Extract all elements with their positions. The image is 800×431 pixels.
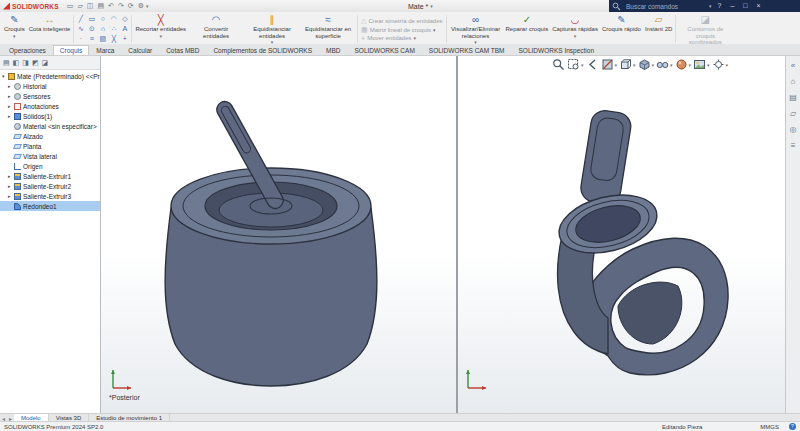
smart-dimension-button[interactable]: ↔ Cota inteligente — [27, 13, 73, 45]
zoom-fit-icon[interactable] — [552, 58, 565, 71]
collapse-pane-icon[interactable]: « — [791, 61, 795, 70]
hatch-tool-icon[interactable]: ▧ — [97, 34, 108, 44]
maximize-icon[interactable]: □ — [740, 0, 750, 12]
move-entities-button[interactable]: + Mover entidades ▾ — [361, 35, 442, 42]
status-help-icon[interactable]: ? — [789, 423, 796, 430]
tree-item-alzado[interactable]: Alzado — [0, 131, 100, 141]
chevron-down-icon[interactable]: ▾ — [146, 3, 149, 9]
tab-mbd[interactable]: MBD — [319, 45, 347, 55]
rebuild-icon[interactable]: ⟳ — [128, 0, 134, 12]
open-icon[interactable]: ▱ — [77, 0, 82, 12]
zoom-area-icon[interactable]: ▾ — [567, 58, 584, 71]
tree-item-material[interactable]: Material <sin especificar> — [0, 121, 100, 131]
configurationmanager-tab-icon[interactable]: ◨ — [22, 59, 29, 67]
displaymanager-tab-icon[interactable]: ◪ — [42, 59, 49, 67]
display-delete-relations-icon: ∞ — [472, 13, 479, 26]
sketch-button[interactable]: ✎ Croquis ▾ — [2, 13, 27, 45]
tree-item-origen[interactable]: Origen — [0, 161, 100, 171]
tab-calcular[interactable]: Calcular — [121, 45, 159, 55]
edit-appearance-icon[interactable]: ▾ — [675, 58, 692, 71]
close-icon[interactable]: × — [754, 0, 764, 12]
new-document-icon[interactable]: ▭ — [67, 0, 74, 12]
trim-tool-icon[interactable]: ╳ — [108, 34, 119, 44]
hide-show-items-icon[interactable]: ▾ — [656, 58, 673, 71]
tab-operaciones[interactable]: Operaciones — [2, 45, 53, 55]
construction-line-tool-icon[interactable]: ≡ — [86, 34, 97, 44]
arc-tool-icon[interactable]: ◠ — [108, 14, 119, 24]
save-icon[interactable]: ◫ — [87, 0, 94, 12]
tree-item-redondeo1[interactable]: Redondeo1 — [0, 201, 100, 211]
tree-item-saliente-extruir2[interactable]: ▸ Saliente-Extruir2 — [0, 181, 100, 191]
units-indicator[interactable]: MMGS — [760, 424, 779, 430]
tab-complementos[interactable]: Complementos de SOLIDWORKS — [206, 45, 319, 55]
shaded-sketch-contours-button[interactable]: ◪ Contornos de croquis sombreados — [677, 13, 733, 45]
custom-properties-icon[interactable]: ≡ — [791, 141, 796, 150]
tab-solidworks-cam-tbm[interactable]: SOLIDWORKS CAM TBM — [422, 45, 512, 55]
propertymanager-tab-icon[interactable]: ◧ — [13, 59, 20, 67]
featuremanager-tab-icon[interactable]: ▤ — [3, 59, 10, 67]
file-explorer-icon[interactable]: ▱ — [790, 109, 796, 118]
rectangle-tool-icon[interactable]: ▭ — [86, 14, 97, 24]
circle-tool-icon[interactable]: ○ — [97, 14, 108, 24]
tree-item-saliente-extruir3[interactable]: ▸ Saliente-Extruir3 — [0, 191, 100, 201]
design-library-icon[interactable]: ▤ — [789, 93, 797, 102]
chevron-down-icon: ▾ — [652, 62, 655, 68]
product-version-text: SOLIDWORKS Premium 2024 SP2.0 — [4, 424, 103, 430]
graphics-area[interactable]: *Posterior — [101, 56, 786, 414]
solidworks-resources-icon[interactable]: ⌂ — [791, 77, 796, 86]
tab-croquis[interactable]: Croquis — [53, 45, 89, 55]
chevron-down-icon[interactable]: ▾ — [709, 3, 712, 9]
offset-entities-button[interactable]: ∥ Equidistanciar entidades ▾ — [244, 13, 300, 45]
options-icon[interactable]: ⚙ — [138, 0, 144, 12]
tree-item-anotaciones[interactable]: ▸ Anotaciones — [0, 101, 100, 111]
plane-tool-icon[interactable]: + — [119, 34, 130, 44]
tree-item-root[interactable]: ▾ Mate (Predeterminado) <<Predetermina — [0, 71, 100, 81]
redo-icon[interactable]: ↷ — [118, 0, 124, 12]
minimize-icon[interactable]: – — [727, 0, 737, 12]
quick-snaps-button[interactable]: ◡ Capturas rápidas ▾ — [550, 13, 600, 45]
spline-tool-icon[interactable]: ∿ — [75, 24, 86, 34]
tab-marca[interactable]: Marca — [89, 45, 121, 55]
rapid-sketch-button[interactable]: ✎ Croquis rápido — [600, 13, 643, 45]
tab-solidworks-cam[interactable]: SOLIDWORKS CAM — [347, 45, 421, 55]
solidworks-window: SOLIDWORKS ▭ ▱ ◫ ▤ ↶ ↷ ⟳ ⚙ ▾ Mate * ▾ ▾ … — [0, 0, 800, 431]
tree-item-sensores[interactable]: ▸ Sensores — [0, 91, 100, 101]
display-delete-relations-button[interactable]: ∞ Visualizar/Eliminar relaciones ▾ — [448, 13, 504, 45]
chevron-down-icon[interactable]: ▾ — [430, 3, 433, 9]
left-viewport[interactable] — [101, 56, 456, 414]
view-orientation-icon[interactable]: ▾ — [619, 58, 636, 71]
view-settings-icon[interactable]: ▾ — [712, 58, 729, 71]
text-tool-icon[interactable]: A — [119, 24, 130, 34]
repair-sketch-button[interactable]: ✓ Reparar croquis — [504, 13, 551, 45]
mirror-entities-button[interactable]: △ Crear simetría de entidades — [361, 17, 442, 25]
ellipse-tool-icon[interactable]: ⊙ — [86, 24, 97, 34]
tree-item-vista-lateral[interactable]: Vista lateral — [0, 151, 100, 161]
section-view-icon[interactable]: ▾ — [601, 58, 618, 71]
help-icon[interactable]: ? — [715, 0, 725, 12]
tree-item-historial[interactable]: ▸ Historial — [0, 81, 100, 91]
offset-on-surface-button[interactable]: ≈ Equidistanciar en superficie — [300, 13, 356, 45]
trim-entities-button[interactable]: ╳ Recortar entidades ▾ — [133, 13, 188, 45]
polygon-tool-icon[interactable]: ◇ — [119, 14, 130, 24]
fillet-tool-icon[interactable]: ∴ — [108, 24, 119, 34]
display-style-icon[interactable]: ▾ — [638, 58, 655, 71]
apply-scene-icon[interactable]: ▾ — [693, 58, 710, 71]
appearances-icon[interactable]: ◎ — [790, 125, 797, 134]
tree-item-solidos[interactable]: ▸ Sólidos(1) — [0, 111, 100, 121]
point-tool-icon[interactable]: · — [75, 34, 86, 44]
tree-item-saliente-extruir1[interactable]: ▸ Saliente-Extruir1 — [0, 171, 100, 181]
slot-tool-icon[interactable]: ∩ — [97, 24, 108, 34]
print-icon[interactable]: ▤ — [97, 0, 104, 12]
instant-2d-button[interactable]: ▱ Instant 2D — [643, 13, 674, 45]
convert-entities-button[interactable]: ◠ Convertir entidades — [188, 13, 244, 45]
linear-sketch-pattern-button[interactable]: ▦ Matriz lineal de croquis ▾ — [361, 26, 442, 34]
undo-icon[interactable]: ↶ — [108, 0, 114, 12]
previous-view-icon[interactable] — [586, 58, 599, 71]
line-tool-icon[interactable]: ╱ — [75, 14, 86, 24]
right-viewport[interactable] — [458, 56, 786, 414]
search-input[interactable] — [624, 2, 706, 11]
dimxpertmanager-tab-icon[interactable]: ◩ — [32, 59, 39, 67]
tab-cotas-mbd[interactable]: Cotas MBD — [159, 45, 206, 55]
tab-solidworks-inspection[interactable]: SOLIDWORKS Inspection — [512, 45, 602, 55]
tree-item-planta[interactable]: Planta — [0, 141, 100, 151]
